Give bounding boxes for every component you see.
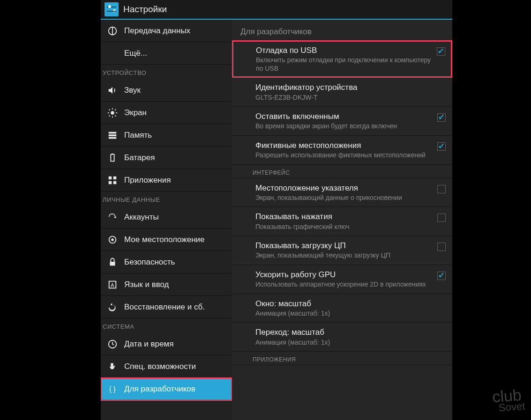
option-title: Фиктивные местоположения [255, 140, 433, 150]
detail-category-apps: ПРИЛОЖЕНИЯ [232, 352, 452, 365]
checkbox[interactable] [437, 47, 445, 56]
option-subtitle: Анимация (масштаб: 1x) [255, 339, 433, 347]
checkbox[interactable] [437, 185, 446, 193]
sidebar-label: Экран [124, 108, 147, 118]
sidebar-item-more[interactable]: Ещё... [101, 42, 232, 65]
svg-rect-17 [109, 181, 112, 184]
sidebar-label: Язык и ввод [124, 280, 169, 289]
option-title: Отладка по USB [256, 45, 432, 55]
titlebar: Настройки [101, 0, 452, 20]
option-show-touches[interactable]: Показывать нажатия Показывать графически… [232, 207, 452, 236]
sidebar-label: Дата и время [124, 339, 173, 349]
sidebar-item-security[interactable]: Безопасность [101, 251, 232, 273]
sidebar-label: Передача данных [124, 26, 190, 36]
sidebar-label: Восстановление и сб. [124, 302, 205, 312]
sidebar-item-storage[interactable]: Память [101, 124, 232, 147]
option-title: Ускорить работу GPU [255, 270, 433, 280]
option-usb-debugging[interactable]: Отладка по USB Включить режим отладки пр… [232, 40, 452, 78]
language-icon: A [107, 280, 118, 290]
sidebar-item-battery[interactable]: Батарея [101, 147, 232, 169]
battery-icon [107, 153, 118, 163]
sidebar-label: Батарея [124, 153, 155, 162]
watermark: clubSovet [492, 386, 525, 415]
hand-icon [107, 361, 118, 372]
checkbox[interactable] [437, 214, 446, 222]
svg-rect-10 [109, 132, 117, 133]
option-title: Показывать загрузку ЦП [255, 241, 433, 251]
sidebar-item-developer[interactable]: { } Для разработчиков [101, 378, 232, 400]
option-show-cpu[interactable]: Показывать загрузку ЦП Экран, показывающ… [232, 236, 452, 265]
svg-rect-12 [109, 137, 117, 139]
sidebar-category-device: УСТРОЙСТВО [101, 65, 232, 79]
option-subtitle: Разрешить использование фиктивных местоп… [255, 151, 433, 160]
checkbox[interactable] [437, 142, 446, 151]
checkbox[interactable] [437, 113, 446, 122]
sidebar-item-display[interactable]: Экран [101, 102, 232, 124]
option-subtitle: GLTS-EZ3B-DKJW-T [255, 94, 433, 102]
checkbox[interactable] [437, 272, 446, 280]
svg-point-19 [111, 238, 114, 241]
sidebar-category-personal: ЛИЧНЫЕ ДАННЫЕ [101, 192, 232, 206]
option-title: Окно: масштаб [255, 299, 433, 309]
sidebar-label: Безопасность [124, 258, 175, 267]
apps-icon [107, 175, 118, 185]
detail-panel: Для разработчиков Отладка по USB Включит… [232, 20, 452, 420]
option-subtitle: Анимация (масштаб: 1x) [255, 309, 433, 318]
svg-rect-18 [113, 181, 116, 184]
svg-line-8 [109, 115, 110, 116]
app-title: Настройки [123, 4, 167, 15]
option-mock-locations[interactable]: Фиктивные местоположения Разрешить испол… [232, 136, 452, 165]
option-window-scale[interactable]: Окно: масштаб Анимация (масштаб: 1x) [232, 294, 452, 323]
svg-line-6 [109, 109, 110, 110]
option-force-gpu[interactable]: Ускорить работу GPU Использовать аппарат… [232, 265, 452, 294]
sidebar-label: Звук [124, 86, 141, 95]
lock-icon [107, 257, 118, 267]
sidebar-item-data-usage[interactable]: Передача данных [101, 20, 232, 42]
svg-line-7 [115, 115, 116, 116]
option-title: Оставить включенным [255, 111, 433, 121]
option-subtitle: Использовать аппаратное ускорение 2D в п… [255, 280, 433, 289]
location-icon [107, 235, 118, 245]
option-subtitle: Экран, показывающий текущую загрузку ЦП [255, 251, 433, 260]
sidebar-item-accounts[interactable]: Аккаунты [101, 206, 232, 228]
option-subtitle: Экран, показывающий данные о прикосновен… [255, 194, 433, 202]
sidebar-item-accessibility[interactable]: Спец. возможности [101, 355, 232, 378]
svg-text:{ }: { } [109, 385, 116, 392]
sidebar-item-backup[interactable]: Восстановление и сб. [101, 296, 232, 318]
sidebar-category-system: СИСТЕМА [101, 318, 232, 333]
settings-window: Настройки Передача данных Ещё... УСТРОЙС… [101, 0, 452, 420]
svg-rect-21 [110, 262, 115, 265]
option-stay-awake[interactable]: Оставить включенным Во время зарядки экр… [232, 107, 452, 136]
data-icon [107, 26, 118, 36]
sidebar-item-sound[interactable]: Звук [101, 79, 232, 102]
option-title: Местоположение указателя [255, 183, 433, 193]
sound-icon [107, 85, 118, 96]
checkbox[interactable] [437, 243, 446, 251]
sidebar: Передача данных Ещё... УСТРОЙСТВО Звук Э… [101, 20, 232, 420]
sidebar-label: Спец. возможности [124, 362, 196, 371]
option-title: Переход: масштаб [255, 327, 433, 337]
sidebar-item-datetime[interactable]: Дата и время [101, 333, 232, 355]
sidebar-item-location[interactable]: Мое местоположение [101, 228, 232, 251]
option-transition-scale[interactable]: Переход: масштаб Анимация (масштаб: 1x) [232, 323, 452, 352]
svg-point-1 [111, 111, 114, 114]
sync-icon [107, 212, 118, 222]
backup-icon [107, 302, 118, 312]
sidebar-label: Для разработчиков [124, 384, 195, 394]
sidebar-item-apps[interactable]: Приложения [101, 169, 232, 192]
option-title: Показывать нажатия [255, 212, 433, 221]
option-pointer-location[interactable]: Местоположение указателя Экран, показыва… [232, 178, 452, 207]
display-icon [107, 108, 118, 118]
option-device-id[interactable]: Идентификатор устройства GLTS-EZ3B-DKJW-… [232, 78, 452, 107]
svg-rect-11 [109, 134, 117, 136]
settings-icon [105, 2, 119, 16]
svg-text:A: A [111, 282, 114, 287]
sidebar-label: Ещё... [124, 49, 147, 58]
sidebar-label: Аккаунты [124, 213, 159, 222]
svg-rect-15 [109, 176, 112, 179]
panel-title: Для разработчиков [232, 20, 452, 40]
option-subtitle: Показывать графический ключ [255, 223, 433, 231]
sidebar-label: Мое местоположение [124, 235, 205, 244]
svg-rect-14 [112, 153, 113, 154]
sidebar-item-language[interactable]: A Язык и ввод [101, 273, 232, 296]
